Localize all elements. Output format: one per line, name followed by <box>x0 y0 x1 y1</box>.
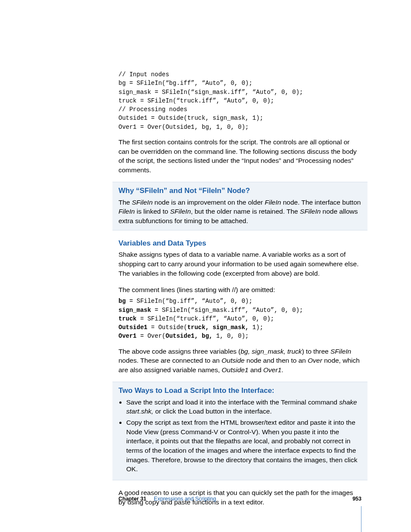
sidebar-sfilein: Why “SFileIn” and Not “FileIn” Node? The… <box>112 182 367 230</box>
sidebar-two-ways: Two Ways to Load a Script Into the Inter… <box>112 382 367 480</box>
sidebar-list: Save the script and load it into the int… <box>118 398 361 474</box>
sidebar-body: The SFileIn node is an improvement on th… <box>118 198 361 226</box>
footer-rule <box>361 506 361 532</box>
sidebar-heading-2: Two Ways to Load a Script Into the Inter… <box>118 386 361 396</box>
list-item: Save the script and load it into the int… <box>126 398 361 416</box>
footer-left: Chapter 31 Expressions and Scripting <box>118 495 216 503</box>
paragraph-variables: Shake assigns types of data to a variabl… <box>118 250 361 278</box>
paragraph-intro: The first section contains controls for … <box>118 137 361 175</box>
paragraph-comment-note: The comment lines (lines starting with /… <box>118 285 361 295</box>
paragraph-code-explain: The above code assigns three variables (… <box>118 347 361 375</box>
chapter-label: Chapter 31 <box>118 496 146 502</box>
page-number: 953 <box>352 495 361 503</box>
chapter-title: Expressions and Scripting <box>154 496 216 502</box>
code-block-2: bg = SFileIn(“bg.iff”, “Auto”, 0, 0); si… <box>118 297 361 340</box>
code-block-1: // Input nodes bg = SFileIn(“bg.iff”, “A… <box>118 70 361 131</box>
page-footer: Chapter 31 Expressions and Scripting 953 <box>118 495 361 503</box>
sidebar-heading: Why “SFileIn” and Not “FileIn” Node? <box>118 186 361 196</box>
page: // Input nodes bg = SFileIn(“bg.iff”, “A… <box>0 0 411 532</box>
list-item: Copy the script as text from the HTML br… <box>126 418 361 474</box>
heading-variables: Variables and Data Types <box>118 238 361 249</box>
